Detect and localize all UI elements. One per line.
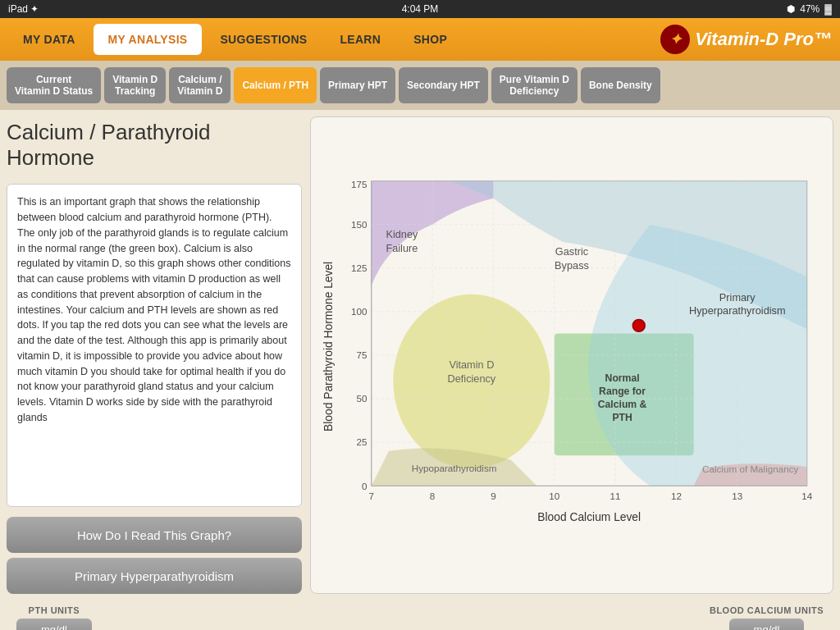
- description-text: This is an important graph that shows th…: [17, 196, 291, 423]
- svg-text:7: 7: [368, 491, 373, 501]
- svg-text:8: 8: [430, 491, 436, 501]
- how-to-read-button[interactable]: How Do I Read This Graph?: [7, 517, 302, 553]
- sub-tab-current-vd-status[interactable]: CurrentVitamin D Status: [7, 67, 101, 103]
- left-panel: Calcium / ParathyroidHormone This is an …: [7, 116, 302, 594]
- svg-text:Hyperparathyroidism: Hyperparathyroidism: [689, 304, 785, 317]
- battery-level: 47%: [800, 3, 819, 15]
- battery-icon: ▓: [824, 3, 832, 15]
- data-point[interactable]: [632, 319, 645, 331]
- sub-tab-secondary-hpt[interactable]: Secondary HPT: [399, 67, 488, 103]
- svg-text:Blood Parathyroid Hormone Leve: Blood Parathyroid Hormone Level: [322, 262, 335, 431]
- nav-tab-my-data[interactable]: MY DATA: [8, 24, 90, 55]
- chart-area[interactable]: 0 25 50 75 100 125 150 175 7 8 9 10 11 1…: [319, 126, 824, 585]
- svg-text:Blood Calcium Level: Blood Calcium Level: [537, 511, 641, 523]
- sub-tab-pure-vd-deficiency[interactable]: Pure Vitamin DDeficiency: [491, 67, 578, 103]
- svg-text:11: 11: [610, 491, 621, 501]
- status-bar: iPad ✦ 4:04 PM ⬢ 47% ▓: [0, 0, 840, 18]
- nav-tab-shop[interactable]: SHOP: [399, 24, 462, 55]
- app-logo: ✦ Vitamin-D Pro™: [660, 25, 832, 54]
- svg-text:PTH: PTH: [612, 412, 632, 423]
- status-bar-time: 4:04 PM: [402, 3, 439, 15]
- calcium-unit-group: BLOOD CALCIUM UNITS mg/dl: [710, 605, 824, 630]
- nav-bar: MY DATA MY ANALYSIS SUGGESTIONS LEARN SH…: [0, 18, 840, 61]
- svg-text:75: 75: [356, 349, 367, 360]
- sub-tab-calcium-pth[interactable]: Calcium / PTH: [234, 67, 317, 103]
- sub-tab-calcium-vd[interactable]: Calcium /Vitamin D: [169, 67, 231, 103]
- status-bar-right: ⬢ 47% ▓: [787, 3, 832, 15]
- svg-text:10: 10: [549, 491, 559, 501]
- description-box: This is an important graph that shows th…: [7, 184, 302, 507]
- app-title: Vitamin-D Pro™: [695, 29, 832, 50]
- nav-tab-my-analysis[interactable]: MY ANALYSIS: [94, 24, 203, 55]
- svg-text:Bypass: Bypass: [555, 259, 589, 272]
- pth-unit-group: PTH UNITS mg/dl: [16, 605, 92, 630]
- svg-text:150: 150: [351, 219, 368, 230]
- svg-text:12: 12: [671, 491, 682, 501]
- bottom-units: PTH UNITS mg/dl BLOOD CALCIUM UNITS mg/d…: [0, 600, 840, 630]
- svg-text:100: 100: [351, 306, 368, 317]
- svg-text:Calcium of Malignancy: Calcium of Malignancy: [702, 463, 799, 474]
- logo-icon: ✦: [660, 25, 690, 54]
- primary-hyperparathyroidism-button[interactable]: Primary Hyperparathyroidism: [7, 558, 302, 594]
- action-buttons: How Do I Read This Graph? Primary Hyperp…: [7, 514, 302, 594]
- svg-text:Gastric: Gastric: [555, 245, 589, 258]
- svg-text:0: 0: [362, 481, 368, 491]
- svg-text:Vitamin D: Vitamin D: [449, 358, 494, 371]
- sub-tab-bar: CurrentVitamin D Status Vitamin DTrackin…: [0, 61, 840, 110]
- calcium-unit-button[interactable]: mg/dl: [729, 619, 805, 630]
- svg-text:Hypoparathyroidism: Hypoparathyroidism: [412, 463, 497, 473]
- svg-text:Range for: Range for: [599, 386, 646, 397]
- nav-tab-learn[interactable]: LEARN: [325, 24, 395, 55]
- chart-svg: 0 25 50 75 100 125 150 175 7 8 9 10 11 1…: [319, 126, 824, 585]
- svg-text:Failure: Failure: [386, 242, 418, 254]
- svg-text:14: 14: [801, 491, 812, 501]
- page-title: Calcium / ParathyroidHormone: [7, 116, 302, 177]
- svg-text:25: 25: [356, 436, 367, 447]
- svg-text:Normal: Normal: [605, 372, 640, 384]
- svg-text:50: 50: [356, 393, 367, 404]
- svg-text:13: 13: [732, 491, 742, 501]
- svg-text:Deficiency: Deficiency: [447, 372, 495, 385]
- svg-text:Kidney: Kidney: [386, 228, 418, 240]
- main-content: Calcium / ParathyroidHormone This is an …: [0, 110, 840, 600]
- calcium-unit-label: BLOOD CALCIUM UNITS: [710, 605, 824, 615]
- sub-tab-bone-density[interactable]: Bone Density: [581, 67, 660, 103]
- status-bar-left: iPad ✦: [8, 3, 39, 15]
- svg-text:125: 125: [351, 262, 367, 273]
- sub-tab-primary-hpt[interactable]: Primary HPT: [320, 67, 395, 103]
- bluetooth-icon: ⬢: [787, 3, 795, 15]
- pth-unit-button[interactable]: mg/dl: [16, 619, 92, 630]
- svg-text:9: 9: [491, 491, 496, 501]
- svg-text:Calcium &: Calcium &: [598, 399, 647, 410]
- chart-panel: 0 25 50 75 100 125 150 175 7 8 9 10 11 1…: [310, 116, 833, 594]
- svg-text:175: 175: [351, 179, 367, 189]
- svg-text:Primary: Primary: [719, 291, 756, 304]
- nav-tab-suggestions[interactable]: SUGGESTIONS: [205, 24, 322, 55]
- sub-tab-vd-tracking[interactable]: Vitamin DTracking: [104, 67, 166, 103]
- pth-unit-label: PTH UNITS: [29, 605, 80, 615]
